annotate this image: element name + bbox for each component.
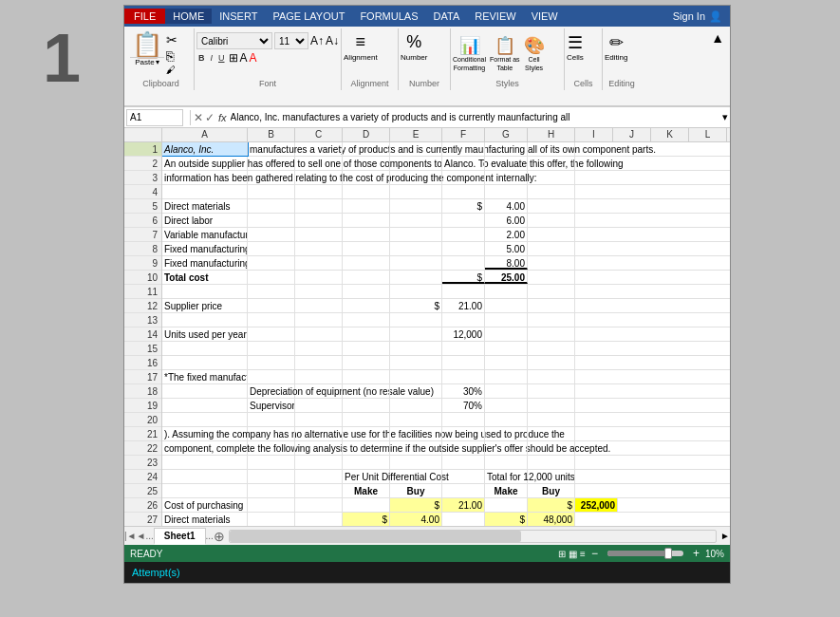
menu-review[interactable]: REVIEW bbox=[467, 9, 523, 24]
cell-G14[interactable] bbox=[485, 327, 528, 341]
cell-D10[interactable] bbox=[343, 271, 390, 284]
cell-A7[interactable]: Variable manufacturing overhead bbox=[162, 228, 248, 241]
cell-B1[interactable]: manufactures a variety of products and i… bbox=[248, 142, 295, 156]
cell-D23[interactable] bbox=[343, 456, 390, 469]
cell-C11[interactable] bbox=[295, 285, 343, 298]
cell-E11[interactable] bbox=[390, 285, 442, 298]
cell-D9[interactable] bbox=[343, 256, 390, 270]
cell-A8[interactable]: Fixed manufacturing overhead, direct* bbox=[162, 242, 248, 255]
cell-A19[interactable] bbox=[162, 399, 248, 412]
row-num-26[interactable]: 26 bbox=[124, 498, 161, 513]
cell-C9[interactable] bbox=[295, 256, 343, 270]
cell-E8[interactable] bbox=[390, 242, 442, 255]
cell-H20[interactable] bbox=[528, 413, 575, 426]
zoom-minus-button[interactable]: − bbox=[591, 547, 598, 560]
cell-C3[interactable] bbox=[295, 171, 343, 184]
cell-C1[interactable] bbox=[295, 142, 343, 156]
cell-C4[interactable] bbox=[295, 185, 343, 198]
row-num-11[interactable]: 11 bbox=[124, 285, 161, 299]
menu-file[interactable]: FILE bbox=[124, 9, 165, 24]
menu-data[interactable]: DATA bbox=[426, 9, 468, 24]
cell-H19[interactable] bbox=[528, 399, 575, 412]
cell-A11[interactable] bbox=[162, 285, 248, 298]
cell-C24[interactable] bbox=[295, 470, 343, 483]
cell-A4[interactable] bbox=[162, 185, 248, 198]
menu-formulas[interactable]: FORMULAS bbox=[352, 9, 425, 24]
horizontal-scroll-thumb[interactable] bbox=[230, 531, 521, 542]
cell-G5[interactable]: 4.00 bbox=[485, 199, 528, 213]
cell-A24[interactable] bbox=[162, 470, 248, 483]
zoom-slider[interactable] bbox=[607, 551, 683, 556]
cell-D14[interactable] bbox=[343, 327, 390, 341]
cell-C22[interactable] bbox=[295, 441, 343, 455]
cell-G27[interactable]: $ bbox=[485, 513, 528, 526]
row-num-16[interactable]: 16 bbox=[124, 356, 161, 370]
cell-styles-button[interactable]: 🎨 CellStyles bbox=[524, 35, 545, 72]
cell-B27[interactable] bbox=[248, 513, 295, 526]
cell-B20[interactable] bbox=[248, 413, 295, 426]
cell-C12[interactable] bbox=[295, 299, 343, 312]
cell-A13[interactable] bbox=[162, 313, 248, 327]
cell-F25[interactable] bbox=[442, 484, 485, 497]
row-num-27[interactable]: 27 bbox=[124, 513, 161, 526]
cell-E15[interactable] bbox=[390, 342, 442, 355]
col-header-A[interactable]: A bbox=[162, 128, 248, 141]
cell-E27[interactable]: 4.00 bbox=[390, 513, 442, 526]
cell-B3[interactable] bbox=[248, 171, 295, 184]
cell-D1[interactable] bbox=[343, 142, 390, 156]
cell-E17[interactable] bbox=[390, 370, 442, 383]
cell-G22[interactable] bbox=[485, 441, 528, 455]
cell-F6[interactable] bbox=[442, 214, 485, 227]
cancel-formula-button[interactable]: ✕ bbox=[194, 111, 203, 124]
cell-C5[interactable] bbox=[295, 199, 343, 213]
fill-color-button[interactable]: A bbox=[240, 51, 248, 65]
cell-H14[interactable] bbox=[528, 327, 575, 341]
cell-C23[interactable] bbox=[295, 456, 343, 469]
cell-E3[interactable] bbox=[390, 171, 442, 184]
cell-E24[interactable] bbox=[390, 470, 442, 483]
cell-C7[interactable] bbox=[295, 228, 343, 241]
cell-G9[interactable]: 8.00 bbox=[485, 256, 528, 270]
row-num-14[interactable]: 14 bbox=[124, 327, 161, 342]
row-num-7[interactable]: 7 bbox=[124, 228, 161, 242]
cell-A18[interactable] bbox=[162, 384, 248, 398]
cell-F21[interactable] bbox=[442, 427, 485, 440]
cell-B8[interactable] bbox=[248, 242, 295, 255]
cell-F22[interactable] bbox=[442, 441, 485, 455]
cell-C27[interactable] bbox=[295, 513, 343, 526]
col-header-G[interactable]: G bbox=[485, 128, 528, 141]
cell-B19[interactable]: Supervisor salary bbox=[248, 399, 295, 412]
cell-A27[interactable]: Direct materials bbox=[162, 513, 248, 526]
zoom-plus-button[interactable]: + bbox=[693, 547, 700, 560]
cell-A17[interactable]: *The fixed manufacturing overhead, direc… bbox=[162, 370, 248, 383]
cell-A21[interactable]: ). Assuming the company has no alternati… bbox=[162, 427, 248, 440]
cell-H7[interactable] bbox=[528, 228, 575, 241]
cell-B18[interactable]: Depreciation of equipment (no resale val… bbox=[248, 384, 295, 398]
cell-H21[interactable] bbox=[528, 427, 575, 440]
cell-C14[interactable] bbox=[295, 327, 343, 341]
alignment-button[interactable]: ≡ Alignment bbox=[344, 32, 378, 75]
cell-D2[interactable] bbox=[343, 157, 390, 170]
cell-G23[interactable] bbox=[485, 456, 528, 469]
menu-insert[interactable]: INSERT bbox=[212, 9, 265, 24]
cell-H27[interactable]: 48,000 bbox=[528, 513, 575, 526]
cell-E14[interactable] bbox=[390, 327, 442, 341]
row-num-1[interactable]: 1 bbox=[124, 142, 161, 157]
format-as-table-button[interactable]: 📋 Format asTable bbox=[490, 35, 520, 72]
cell-H12[interactable] bbox=[528, 299, 575, 312]
conditional-formatting-button[interactable]: 📊 ConditionalFormatting bbox=[453, 35, 486, 72]
cell-E6[interactable] bbox=[390, 214, 442, 227]
cell-H22[interactable] bbox=[528, 441, 575, 455]
row-num-17[interactable]: 17 bbox=[124, 370, 161, 384]
cell-C19[interactable] bbox=[295, 399, 343, 412]
cell-D13[interactable] bbox=[343, 313, 390, 327]
cell-H16[interactable] bbox=[528, 356, 575, 369]
paste-dropdown[interactable]: Paste▾ bbox=[130, 57, 164, 66]
cell-D24[interactable]: Per Unit Differential Cost bbox=[343, 470, 390, 483]
row-num-18[interactable]: 18 bbox=[124, 384, 161, 399]
cell-F8[interactable] bbox=[442, 242, 485, 255]
cell-H17[interactable] bbox=[528, 370, 575, 383]
bold-button[interactable]: B bbox=[196, 52, 207, 64]
cell-D25[interactable]: Make bbox=[343, 484, 390, 497]
cell-F26[interactable]: 21.00 bbox=[442, 498, 485, 512]
